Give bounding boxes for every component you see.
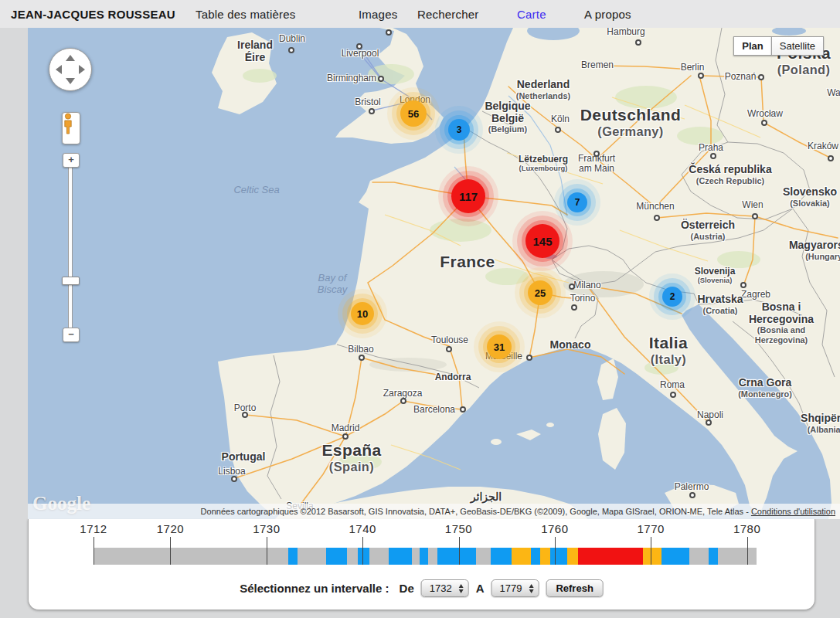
city-dot-porto — [242, 412, 248, 418]
country-label-label: الجزائر — [471, 491, 502, 504]
top-nav: JEAN-JACQUES ROUSSEAU Table des matières… — [0, 0, 840, 28]
to-year-value: 1779 — [500, 582, 522, 594]
city-label-wien: Wien — [742, 200, 763, 210]
timeline-year-label-1750: 1750 — [445, 522, 472, 535]
city-dot-napoli — [706, 419, 712, 426]
timeline-segment-16-yellow — [540, 548, 549, 565]
timeline-year-label-1770: 1770 — [638, 522, 665, 535]
refresh-button[interactable]: Refresh — [546, 579, 603, 597]
timeline-panel: 17121720173017401750176017701780 Sélecti… — [28, 519, 815, 610]
pan-right-arrow[interactable] — [79, 65, 85, 74]
nav-item-a-propos[interactable]: A propos — [584, 8, 631, 21]
terms-link[interactable]: Conditions d'utilisation — [751, 507, 835, 516]
timeline-segment-10-gray — [428, 548, 437, 565]
cluster-marker-31[interactable]: 31 — [487, 334, 512, 359]
cluster-marker-3[interactable]: 3 — [448, 119, 470, 141]
city-dot-hamburg — [635, 39, 641, 46]
timeline-segment-9-blue — [420, 548, 428, 565]
city-dot-palermo — [689, 492, 695, 498]
pan-up-arrow[interactable] — [66, 55, 75, 61]
timeline-segment-20-yellow — [643, 548, 661, 565]
timeline-tick-1740 — [362, 537, 363, 565]
cluster-marker-25[interactable]: 25 — [528, 280, 553, 305]
timeline-year-label-1720: 1720 — [157, 522, 184, 535]
country-label-belgique-belgi: Belgique België(Belgium) — [485, 100, 530, 134]
city-label-zagreb: Zagreb — [741, 290, 770, 300]
timeline-segment-18-yellow — [567, 548, 578, 565]
timeline-bar — [94, 548, 757, 565]
zoom-in-button[interactable]: + — [63, 153, 80, 168]
stepper-icon — [529, 584, 533, 593]
city-dot-bristol — [369, 108, 375, 114]
city-label-m-nchen: München — [636, 202, 674, 212]
attribution-text: Données cartographiques ©2012 Basarsoft,… — [201, 507, 751, 516]
cluster-marker-117[interactable]: 117 — [451, 179, 485, 213]
map-type-satellite-button[interactable]: Satellite — [771, 36, 824, 56]
zoom-slider-handle[interactable] — [62, 277, 80, 285]
city-dot-berlin — [698, 73, 704, 79]
country-label-l-tzebuerg: Lëtzebuerg(Luxembourg) — [519, 154, 568, 173]
site-title[interactable]: JEAN-JACQUES ROUSSEAU — [11, 8, 175, 21]
timeline-segment-13-blue — [491, 548, 512, 565]
country-label-slovensko: Slovensko(Slovakia) — [783, 186, 837, 208]
cluster-marker-7[interactable]: 7 — [567, 192, 587, 212]
water-label-celtic-sea: Celtic Sea — [233, 184, 279, 195]
city-label-k-ln: Köln — [551, 114, 570, 124]
to-year-select[interactable]: 1779 — [491, 579, 539, 597]
pan-down-arrow[interactable] — [66, 78, 75, 84]
from-year-value: 1732 — [430, 582, 452, 594]
timeline-year-label-1712: 1712 — [80, 522, 107, 535]
map-canvas[interactable]: Ireland ÉireNederland(Netherlands)Belgiq… — [28, 28, 840, 519]
nav-item-table-des-mati-res[interactable]: Table des matières — [196, 8, 296, 21]
timeline-year-label-1740: 1740 — [349, 522, 376, 535]
timeline-segment-22-gray — [689, 548, 709, 565]
city-dot-praha — [710, 153, 716, 159]
city-dot-birmingham — [378, 76, 384, 82]
pegman-streetview-button[interactable] — [62, 112, 80, 144]
zoom-track — [68, 167, 73, 329]
city-label-warszawa: Warszawa — [827, 88, 840, 98]
city-label-palermo: Palermo — [675, 482, 709, 492]
cluster-marker-145[interactable]: 145 — [525, 224, 559, 258]
nav-item-carte[interactable]: Carte — [517, 8, 546, 21]
timeline-segment-3-blue — [326, 548, 347, 565]
timeline-tick-1760 — [555, 537, 556, 565]
timeline-segment-6-gray — [369, 548, 389, 565]
city-label-milano: Milano — [573, 280, 600, 290]
country-label-deutschland: Deutschland(Germany) — [580, 106, 681, 138]
timeline-tick-1780 — [747, 537, 748, 565]
city-label-pozna: Poznań — [725, 72, 757, 82]
map-type-switcher: Plan Satellite — [733, 36, 824, 56]
cluster-marker-10[interactable]: 10 — [351, 302, 374, 325]
city-dot-torino — [571, 304, 577, 311]
timeline-tick-1770 — [651, 537, 651, 565]
cluster-marker-56[interactable]: 56 — [400, 100, 427, 127]
zoom-out-button[interactable]: − — [63, 328, 80, 342]
timeline-year-label-1780: 1780 — [733, 522, 760, 535]
city-label-torino: Torino — [570, 294, 596, 304]
country-label-monaco: Monaco — [550, 339, 591, 351]
city-label-toulouse: Toulouse — [431, 335, 468, 345]
cluster-marker-2[interactable]: 2 — [662, 287, 682, 307]
from-label: De — [400, 582, 414, 595]
city-label-bremen: Bremen — [581, 60, 614, 70]
city-dot-madrid — [342, 433, 349, 440]
city-dot-krak-w — [828, 155, 834, 161]
from-year-select[interactable]: 1732 — [421, 579, 469, 597]
timeline-tick-1720 — [170, 537, 171, 565]
timeline-segment-23-blue — [709, 548, 718, 565]
city-dot-marseille — [526, 355, 532, 361]
city-label-bilbao: Bilbao — [348, 345, 373, 355]
city-label-birmingham: Birmingham — [327, 73, 376, 83]
interval-controls: Sélectionnez un intervalle : De 1732 A 1… — [240, 579, 604, 597]
map-type-plan-button[interactable]: Plan — [733, 36, 770, 56]
pan-control[interactable] — [49, 48, 92, 91]
pan-left-arrow[interactable] — [56, 65, 62, 74]
city-label-berlin: Berlin — [681, 63, 705, 73]
city-dot-toulouse — [446, 346, 452, 352]
country-label-andorra: Andorra — [435, 372, 471, 382]
nav-item-images[interactable]: Images — [359, 8, 397, 21]
timeline-segment-4-gray — [347, 548, 358, 565]
city-dot-barcelona — [460, 406, 466, 413]
nav-item-rechercher[interactable]: Rechercher — [417, 8, 479, 21]
